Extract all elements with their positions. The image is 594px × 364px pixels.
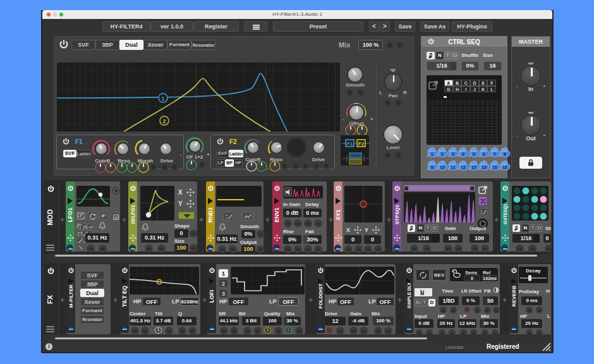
svg-text:11: 11 bbox=[450, 164, 456, 171]
svg-text:1: 1 bbox=[161, 95, 164, 102]
svg-text:3: 3 bbox=[451, 152, 454, 157]
svg-text:16: 16 bbox=[502, 164, 507, 171]
svg-text:F1: F1 bbox=[347, 141, 353, 147]
svg-text:9: 9 bbox=[430, 165, 433, 171]
svg-text:F2: F2 bbox=[358, 141, 365, 147]
svg-text:7: 7 bbox=[493, 152, 496, 157]
svg-text:10: 10 bbox=[440, 164, 446, 171]
svg-text:15: 15 bbox=[492, 164, 497, 171]
svg-text:1: 1 bbox=[430, 152, 433, 157]
svg-text:5: 5 bbox=[472, 152, 475, 157]
svg-text:13: 13 bbox=[471, 164, 476, 171]
svg-text:12: 12 bbox=[460, 164, 466, 171]
svg-text:2: 2 bbox=[162, 118, 166, 124]
